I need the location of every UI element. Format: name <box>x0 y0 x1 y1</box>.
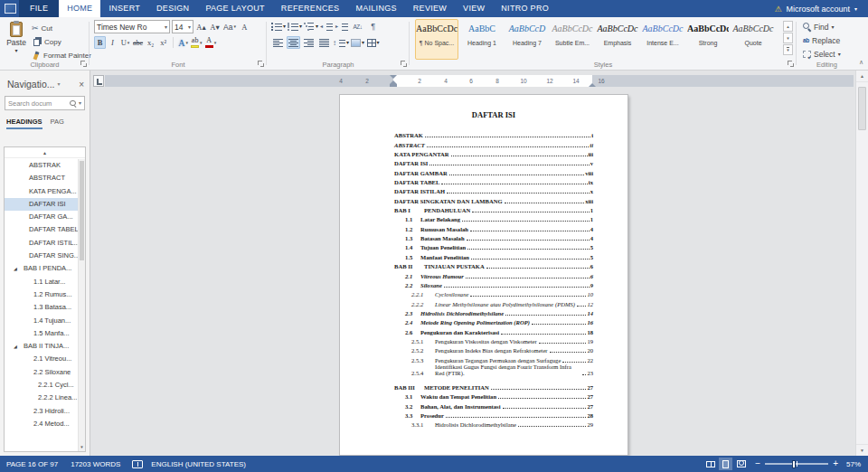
shading-button[interactable]: ▾ <box>351 36 364 49</box>
toc-entry[interactable]: DAFTAR SINGKATAN DAN LAMBANG xiii <box>394 194 593 203</box>
bullets-button[interactable]: ▾ <box>271 20 286 33</box>
toc-entry[interactable]: 3.3.1 Hidrolisis Dichlorodimethylsilane … <box>394 419 593 428</box>
style-item[interactable]: AaBbCcD Heading 7 <box>505 19 549 60</box>
toc-entry[interactable]: 1.4 Tujuan Penelitian 5 <box>394 241 593 250</box>
style-item[interactable]: AaBbCcDc Strong <box>686 19 730 60</box>
language-indicator[interactable]: ENGLISH (UNITED STATES) <box>145 460 252 468</box>
heading-item[interactable]: 1.1 Latar... <box>5 276 78 288</box>
clear-formatting-button[interactable]: A <box>239 21 250 33</box>
toc-entry[interactable]: 3.2 Bahan, Alat, dan Instrumentasi 27 <box>394 400 593 409</box>
ribbon-tab[interactable]: DESIGN <box>148 0 197 17</box>
heading-item[interactable]: ABSTRAK <box>5 159 78 172</box>
toc-entry[interactable]: 2.5.3 Pengukuran Tegangan Permukaan deng… <box>394 354 593 363</box>
italic-button[interactable]: I <box>107 36 118 49</box>
font-family-combo[interactable]: Times New Ro ▾ <box>94 20 170 33</box>
heading-item[interactable]: 1.2 Rumus... <box>5 288 78 301</box>
heading-item[interactable]: 1.4 Tujuan... <box>5 315 78 327</box>
toc-entry[interactable]: 2.5.4 Identifikasi Gugus Fungsi dengan F… <box>394 363 593 376</box>
heading-item[interactable]: 1.5 Manfa... <box>5 327 78 340</box>
dialog-launcher-icon[interactable] <box>80 61 87 67</box>
dialog-launcher-icon[interactable] <box>788 61 794 67</box>
heading-item[interactable]: DAFTAR GA... <box>5 211 78 223</box>
close-icon[interactable]: × <box>79 80 84 90</box>
heading-item[interactable]: DAFTAR ISI <box>5 198 78 211</box>
bold-button[interactable]: B <box>94 36 106 49</box>
gallery-more-button[interactable]: ▾ <box>783 44 793 55</box>
document-scrollbar[interactable]: ▲ ▼ <box>855 71 868 456</box>
toc-entry[interactable]: KATA PENGANTAR iii <box>394 148 593 157</box>
toc-entry[interactable]: 2.2.2 Linear Methylsiloxane atau Polydim… <box>394 297 593 307</box>
tab-stop-selector[interactable] <box>93 75 104 87</box>
style-item[interactable]: AaBbC Heading 1 <box>460 19 504 60</box>
ribbon-tab[interactable]: PAGE LAYOUT <box>197 0 272 17</box>
shrink-font-button[interactable]: A▾ <box>209 21 221 33</box>
toc-entry[interactable]: 2.5.1 Pengukuran Viskositas dengan Visko… <box>394 335 593 345</box>
navigation-tab[interactable]: PAG <box>51 118 64 129</box>
dialog-launcher-icon[interactable] <box>258 61 264 67</box>
format-painter-button[interactable]: Format Painter <box>32 49 91 61</box>
scroll-up-icon[interactable]: ▲ <box>856 71 868 82</box>
toc-entry[interactable]: BAB III METODE PENELITIAN 27 <box>394 382 593 391</box>
ribbon-tab[interactable]: INSERT <box>100 0 148 17</box>
style-item[interactable]: AaBbCcDc ¶ No Spac... <box>415 19 458 60</box>
heading-item[interactable]: 2.2.2 Linea... <box>5 392 78 404</box>
read-mode-button[interactable] <box>703 458 717 470</box>
document-page[interactable]: DAFTAR ISI ABSTRAK i ABSTRACT ii <box>339 94 628 456</box>
heading-item[interactable]: DAFTAR ISTIL... <box>5 237 78 250</box>
navigation-tab[interactable]: HEADINGS <box>6 118 42 129</box>
pane-options-icon[interactable]: ▾ <box>58 81 61 87</box>
heading-item[interactable]: 2.1 Vitreou... <box>5 353 78 365</box>
line-spacing-button[interactable]: ▾ <box>333 36 349 49</box>
dialog-launcher-icon[interactable] <box>401 61 407 67</box>
text-effects-button[interactable]: A▾ <box>177 36 189 49</box>
zoom-out-button[interactable]: − <box>755 459 760 468</box>
toc-entry[interactable]: DAFTAR TABEL ix <box>394 176 593 185</box>
find-button[interactable]: Find ▾ <box>803 21 841 33</box>
heading-item[interactable]: 2.3 Hidroli... <box>5 405 78 418</box>
list-scroll-up-button[interactable]: ▲ <box>5 147 85 158</box>
scrollbar-thumb[interactable] <box>858 87 866 130</box>
heading-item[interactable]: DAFTAR TABEL <box>5 223 78 236</box>
toc-entry[interactable]: DAFTAR ISTILAH x <box>394 185 593 194</box>
heading-item[interactable]: ABSTRACT <box>5 172 78 184</box>
toc-entry[interactable]: ABSTRAK i <box>394 129 593 138</box>
toc-entry[interactable]: ABSTRACT ii <box>394 138 593 147</box>
collapse-ribbon-button[interactable]: ∧ <box>859 59 863 66</box>
align-center-button[interactable] <box>287 36 300 49</box>
ribbon-tab[interactable]: NITRO PRO <box>493 0 557 17</box>
toc-entry[interactable]: BAB II TINJAUAN PUSTAKA 6 <box>394 260 593 269</box>
cut-button[interactable]: ✂ Cut <box>32 22 91 34</box>
toc-entry[interactable]: 2.4 Metode Ring Opening Polimerization (… <box>394 316 593 326</box>
subscript-button[interactable]: x₂ <box>145 36 156 49</box>
scroll-down-icon[interactable]: ▼ <box>856 444 868 456</box>
style-item[interactable]: AaBbCcDc Intense E... <box>641 19 684 60</box>
right-indent-marker[interactable] <box>589 83 596 87</box>
toc-entry[interactable]: 2.1 Vitreous Humour 6 <box>394 269 593 278</box>
heading-item[interactable]: KATA PENGA... <box>5 185 78 198</box>
strikethrough-button[interactable]: abc <box>132 36 144 49</box>
file-tab[interactable]: FILE <box>19 0 59 17</box>
heading-item[interactable]: BAB II TINJA... <box>5 340 78 353</box>
toc-entry[interactable]: 1.2 Rumusan Masalah 4 <box>394 222 593 231</box>
highlight-button[interactable]: ab▾ <box>190 36 203 49</box>
web-layout-button[interactable] <box>734 458 748 470</box>
toc-entry[interactable]: BAB I PENDAHULUAN 1 <box>394 204 593 213</box>
zoom-slider[interactable] <box>765 463 828 465</box>
left-indent-marker[interactable] <box>390 84 397 87</box>
heading-item[interactable]: BAB I PENDA... <box>5 262 78 275</box>
gallery-scroll-up-button[interactable]: ▴ <box>783 21 793 32</box>
toc-entry[interactable]: 1.5 Manfaat Penelitian 5 <box>394 250 593 260</box>
show-paragraph-marks-button[interactable]: ¶ <box>366 20 380 33</box>
select-button[interactable]: Select ▾ <box>803 48 841 60</box>
toc-entry[interactable]: 2.2.1 Cyclosiloxane 10 <box>394 288 593 297</box>
nav-scrollbar[interactable]: ▼ <box>78 159 85 451</box>
borders-button[interactable]: ▾ <box>366 36 380 49</box>
word-count[interactable]: 17203 WORDS <box>64 460 127 468</box>
align-right-button[interactable] <box>302 36 316 49</box>
justify-button[interactable] <box>317 36 331 49</box>
toc-entry[interactable]: 2.5.2 Pengukuran Indeks Bias dengan Refr… <box>394 345 593 354</box>
sort-button[interactable]: AZ↓ <box>351 20 364 33</box>
font-size-combo[interactable]: 14 ▾ <box>172 20 193 33</box>
print-layout-button[interactable] <box>719 458 732 470</box>
copy-button[interactable]: Copy <box>32 35 91 48</box>
